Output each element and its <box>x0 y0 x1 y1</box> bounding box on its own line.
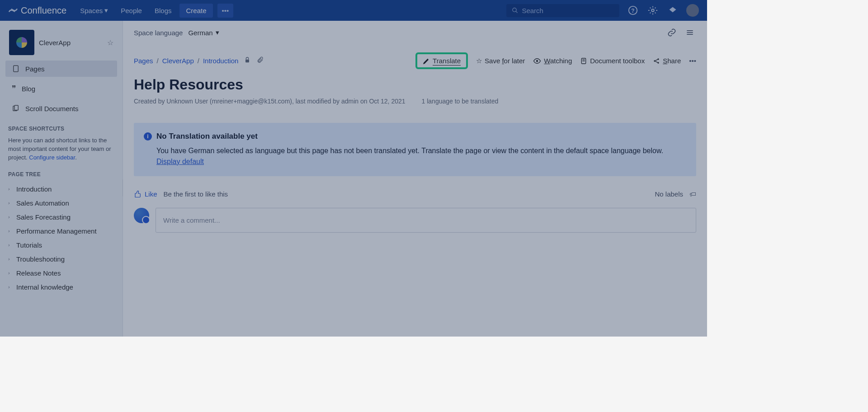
create-button[interactable]: Create <box>179 4 212 18</box>
top-navbar: Confluence Spaces▾ People Blogs Create •… <box>0 0 707 21</box>
sidebar-item-scroll-documents[interactable]: Scroll Documents <box>5 100 117 117</box>
shortcuts-header: SPACE SHORTCUTS <box>8 126 114 132</box>
sidebar-item-label: Blog <box>22 85 35 93</box>
breadcrumb-space[interactable]: CleverApp <box>162 57 194 65</box>
page-tree-header: PAGE TREE <box>8 171 114 178</box>
breadcrumb: Pages / CleverApp / Introduction <box>134 56 264 65</box>
breadcrumb-page[interactable]: Introduction <box>203 57 238 65</box>
spaces-menu[interactable]: Spaces▾ <box>75 4 113 17</box>
translate-button[interactable]: Translate <box>415 52 468 69</box>
space-language-bar: Space language German ▾ <box>123 21 707 44</box>
save-for-later-button[interactable]: ☆ Save for later <box>476 57 525 65</box>
main-content: Space language German ▾ Pages / CleverAp… <box>123 21 707 337</box>
tree-item-internal-knowledge[interactable]: ›Internal knowledge <box>5 280 117 294</box>
page-meta: Created by Unknown User (mreiner+maggie@… <box>134 98 696 105</box>
page-translation-meta: 1 language to be translated <box>422 98 499 105</box>
document-toolbox-button[interactable]: Document toolbox <box>580 57 645 65</box>
documents-icon <box>12 104 20 112</box>
svg-point-12 <box>536 60 538 62</box>
shortcuts-help: Here you can add shortcut links to the m… <box>5 136 117 162</box>
svg-rect-11 <box>245 60 249 63</box>
sidebar-item-label: Scroll Documents <box>25 105 79 112</box>
chevron-right-icon: › <box>8 228 13 234</box>
tree-item-tutorials[interactable]: ›Tutorials <box>5 238 117 252</box>
info-icon: i <box>144 132 152 140</box>
page-icon <box>12 65 20 73</box>
svg-line-1 <box>516 11 518 13</box>
tree-item-troubleshooting[interactable]: ›Troubleshooting <box>5 252 117 266</box>
sidebar: CleverApp ☆ Pages ❞ Blog Scroll Document… <box>0 21 123 337</box>
attachments-icon[interactable] <box>256 56 264 65</box>
svg-line-19 <box>656 59 658 61</box>
like-button[interactable]: Like <box>134 190 157 198</box>
chevron-right-icon: › <box>8 242 13 248</box>
display-default-link[interactable]: Display default <box>156 158 204 165</box>
share-icon <box>653 57 660 65</box>
chevron-right-icon: › <box>8 284 13 290</box>
notifications-icon[interactable] <box>666 4 679 17</box>
comment-input[interactable]: Write a comment... <box>156 208 696 233</box>
svg-rect-7 <box>14 105 18 110</box>
label-icon[interactable]: 🏷 <box>689 190 696 198</box>
like-hint: Be the first to like this <box>164 190 228 198</box>
help-icon[interactable]: ? <box>627 4 639 17</box>
info-panel-title: No Translation available yet <box>156 132 258 141</box>
quote-icon: ❞ <box>12 84 16 94</box>
tree-item-performance-management[interactable]: ›Performance Management <box>5 224 117 238</box>
share-button[interactable]: Share <box>653 57 681 65</box>
sidebar-item-label: Pages <box>25 65 45 73</box>
chevron-right-icon: › <box>8 186 13 192</box>
sidebar-item-blog[interactable]: ❞ Blog <box>5 80 117 98</box>
hamburger-icon[interactable] <box>684 26 696 39</box>
tree-item-sales-automation[interactable]: ›Sales Automation <box>5 196 117 210</box>
space-name: CleverApp <box>39 39 103 47</box>
info-panel: i No Translation available yet You have … <box>134 123 696 176</box>
blogs-link[interactable]: Blogs <box>150 4 176 17</box>
no-labels-text: No labels <box>655 190 683 198</box>
info-panel-body: You have German selected as language but… <box>156 147 663 154</box>
comment-row: Write a comment... <box>134 208 696 233</box>
settings-icon[interactable] <box>646 4 659 17</box>
chevron-right-icon: › <box>8 256 13 262</box>
space-header[interactable]: CleverApp ☆ <box>5 27 117 58</box>
tree-item-release-notes[interactable]: ›Release Notes <box>5 266 117 280</box>
svg-line-20 <box>656 61 658 62</box>
svg-rect-5 <box>14 66 19 72</box>
people-link[interactable]: People <box>116 4 146 17</box>
space-language-label: Space language <box>134 29 183 37</box>
eye-icon <box>533 57 541 65</box>
chevron-down-icon: ▾ <box>216 28 219 37</box>
user-avatar[interactable] <box>686 4 699 17</box>
chevron-right-icon: › <box>8 214 13 220</box>
language-selector[interactable]: German ▾ <box>188 28 219 37</box>
tree-item-introduction[interactable]: ›Introduction <box>5 182 117 196</box>
like-row: Like Be the first to like this No labels… <box>134 190 696 198</box>
comment-avatar <box>134 208 149 223</box>
search-input[interactable] <box>522 7 614 14</box>
search-box[interactable] <box>506 4 619 17</box>
search-icon <box>512 7 518 14</box>
thumbs-up-icon <box>134 190 142 198</box>
more-actions-button[interactable]: ••• <box>689 57 696 65</box>
chevron-right-icon: › <box>8 270 13 276</box>
svg-point-0 <box>513 8 516 12</box>
breadcrumb-pages[interactable]: Pages <box>134 57 153 65</box>
svg-text:?: ? <box>631 8 634 14</box>
confluence-icon <box>8 5 18 15</box>
configure-sidebar-link[interactable]: Configure sidebar <box>29 154 75 161</box>
more-button[interactable]: ••• <box>217 4 234 18</box>
watching-button[interactable]: Watching <box>533 57 572 65</box>
sidebar-item-pages[interactable]: Pages <box>5 61 117 77</box>
pencil-icon <box>423 57 430 65</box>
tree-item-sales-forecasting[interactable]: ›Sales Forecasting <box>5 210 117 224</box>
product-name: Confluence <box>21 5 66 16</box>
star-icon[interactable]: ☆ <box>107 38 113 47</box>
svg-point-4 <box>651 9 654 12</box>
link-icon[interactable] <box>665 26 678 39</box>
document-icon <box>580 57 587 65</box>
chevron-down-icon: ▾ <box>104 6 108 14</box>
page-author-meta: Created by Unknown User (mreiner+maggie@… <box>134 98 406 105</box>
confluence-logo[interactable]: Confluence <box>8 5 66 16</box>
restrictions-icon[interactable] <box>244 56 251 65</box>
page-toolbar: Pages / CleverApp / Introduction Transla… <box>134 44 696 74</box>
